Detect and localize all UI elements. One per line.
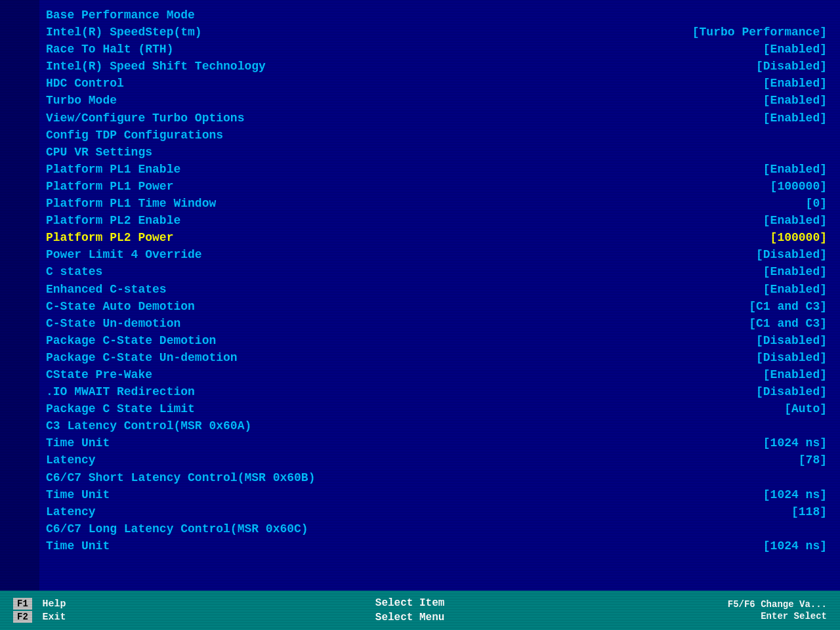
menu-row[interactable]: Race To Halt (RTH)[Enabled] xyxy=(46,41,827,58)
menu-label: C-State Un-demotion xyxy=(46,315,180,332)
status-right: F5/F6 Change Va... Enter Select xyxy=(728,599,827,621)
key-f2[interactable]: F2 Exit xyxy=(13,611,66,623)
menu-value: [Enabled] xyxy=(763,281,827,298)
menu-value: [Enabled] xyxy=(763,41,827,58)
menu-label: Platform PL2 Enable xyxy=(46,212,180,229)
menu-value: [Enabled] xyxy=(763,92,827,109)
menu-label: C3 Latency Control(MSR 0x60A) xyxy=(46,417,251,434)
menu-value: [1024 ns] xyxy=(763,434,827,452)
menu-label: Turbo Mode xyxy=(46,92,117,109)
menu-label: Race To Halt (RTH) xyxy=(46,41,173,58)
menu-row[interactable]: C-State Auto Demotion[C1 and C3] xyxy=(46,298,827,315)
menu-value: [Disabled] xyxy=(756,349,827,366)
menu-row[interactable]: Enhanced C-states[Enabled] xyxy=(46,281,827,298)
menu-label: Power Limit 4 Override xyxy=(46,246,202,263)
menu-label: Package C-State Demotion xyxy=(46,332,216,349)
status-keys-left: F1 Help F2 Exit xyxy=(13,598,66,623)
menu-label: Base Performance Mode xyxy=(46,7,195,24)
menu-row[interactable]: Base Performance Mode xyxy=(46,7,827,24)
menu-row[interactable]: Platform PL1 Power[100000] xyxy=(46,178,827,195)
menu-label: CPU VR Settings xyxy=(46,144,152,161)
menu-label: C6/C7 Short Latency Control(MSR 0x60B) xyxy=(46,469,315,486)
bios-screen: Base Performance ModeIntel(R) SpeedStep(… xyxy=(0,0,840,630)
menu-row[interactable]: C6/C7 Long Latency Control(MSR 0x60C) xyxy=(46,520,827,537)
menu-row[interactable]: Power Limit 4 Override[Disabled] xyxy=(46,246,827,263)
status-center: Select Item Select Menu xyxy=(92,597,727,623)
menu-label: Platform PL1 Time Window xyxy=(46,195,216,212)
menu-value: [Disabled] xyxy=(756,246,827,263)
menu-row[interactable]: Package C-State Un-demotion[Disabled] xyxy=(46,349,827,366)
menu-value: [Enabled] xyxy=(763,366,827,383)
f1-key: F1 xyxy=(13,598,32,610)
menu-row[interactable]: Time Unit[1024 ns] xyxy=(46,434,827,452)
menu-row[interactable]: Platform PL2 Enable[Enabled] xyxy=(46,212,827,229)
menu-label: Package C State Limit xyxy=(46,400,195,417)
menu-row[interactable]: C6/C7 Short Latency Control(MSR 0x60B) xyxy=(46,469,827,486)
f2-label: Exit xyxy=(42,612,66,623)
menu-label: Config TDP Configurations xyxy=(46,127,223,144)
menu-row[interactable]: Latency[118] xyxy=(46,503,827,520)
left-border xyxy=(0,0,39,591)
menu-row[interactable]: Platform PL1 Enable[Enabled] xyxy=(46,161,827,178)
menu-label: Platform PL1 Enable xyxy=(46,161,180,178)
select-menu-label: Select Menu xyxy=(375,612,445,623)
main-content: Base Performance ModeIntel(R) SpeedStep(… xyxy=(39,0,840,591)
menu-row[interactable]: Turbo Mode[Enabled] xyxy=(46,92,827,109)
menu-value: [Disabled] xyxy=(756,332,827,349)
menu-value: [Enabled] xyxy=(763,110,827,127)
menu-label: Time Unit xyxy=(46,537,110,555)
menu-label: Enhanced C-states xyxy=(46,281,167,298)
menu-value: [100000] xyxy=(770,178,827,195)
menu-row[interactable]: Intel(R) SpeedStep(tm)[Turbo Performance… xyxy=(46,24,827,41)
menu-label: Platform PL2 Power xyxy=(46,229,173,246)
menu-row[interactable]: CState Pre-Wake[Enabled] xyxy=(46,366,827,383)
menu-row[interactable]: .IO MWAIT Redirection[Disabled] xyxy=(46,383,827,400)
menu-label: Intel(R) SpeedStep(tm) xyxy=(46,24,202,41)
menu-row[interactable]: Platform PL2 Power[100000] xyxy=(46,229,827,246)
menu-value: [Enabled] xyxy=(763,263,827,280)
menu-row[interactable]: Intel(R) Speed Shift Technology[Disabled… xyxy=(46,58,827,75)
menu-value: [Disabled] xyxy=(756,58,827,75)
menu-row[interactable]: C-State Un-demotion[C1 and C3] xyxy=(46,315,827,332)
menu-row[interactable]: Time Unit[1024 ns] xyxy=(46,537,827,555)
menu-row[interactable]: Platform PL1 Time Window[0] xyxy=(46,195,827,212)
menu-value: [Turbo Performance] xyxy=(692,24,827,41)
menu-row[interactable]: HDC Control[Enabled] xyxy=(46,75,827,92)
menu-label: Package C-State Un-demotion xyxy=(46,349,238,366)
menu-label: View/Configure Turbo Options xyxy=(46,110,244,127)
menu-row[interactable]: Package C State Limit[Auto] xyxy=(46,400,827,417)
menu-row[interactable]: Time Unit[1024 ns] xyxy=(46,486,827,503)
f2-key: F2 xyxy=(13,611,32,623)
menu-value: [C1 and C3] xyxy=(749,298,827,315)
menu-label: C-State Auto Demotion xyxy=(46,298,195,315)
menu-row[interactable]: CPU VR Settings xyxy=(46,144,827,161)
menu-label: Time Unit xyxy=(46,486,110,503)
menu-label: C6/C7 Long Latency Control(MSR 0x60C) xyxy=(46,520,308,537)
menu-value: [C1 and C3] xyxy=(749,315,827,332)
menu-label: Platform PL1 Power xyxy=(46,178,173,195)
f5f6-label: F5/F6 Change Va... xyxy=(728,599,827,610)
menu-row[interactable]: C3 Latency Control(MSR 0x60A) xyxy=(46,417,827,434)
menu-row[interactable]: Config TDP Configurations xyxy=(46,127,827,144)
key-f1[interactable]: F1 Help xyxy=(13,598,66,610)
menu-value: [1024 ns] xyxy=(763,486,827,503)
menu-label: Latency xyxy=(46,503,96,520)
menu-value: [118] xyxy=(791,503,827,520)
select-item-label: Select Item xyxy=(375,597,445,609)
menu-label: CState Pre-Wake xyxy=(46,366,152,383)
menu-value: [78] xyxy=(799,452,827,469)
menu-label: Latency xyxy=(46,452,96,469)
menu-value: [Disabled] xyxy=(756,383,827,400)
menu-row[interactable]: View/Configure Turbo Options[Enabled] xyxy=(46,110,827,127)
menu-value: [Enabled] xyxy=(763,75,827,92)
enter-label: Enter Select xyxy=(761,611,827,621)
menu-value: [1024 ns] xyxy=(763,537,827,555)
menu-value: [Enabled] xyxy=(763,161,827,178)
menu-row[interactable]: C states[Enabled] xyxy=(46,263,827,280)
menu-row[interactable]: Latency[78] xyxy=(46,452,827,469)
menu-label: C states xyxy=(46,263,102,280)
menu-label: Time Unit xyxy=(46,434,110,452)
menu-value: [Auto] xyxy=(784,400,827,417)
menu-row[interactable]: Package C-State Demotion[Disabled] xyxy=(46,332,827,349)
f1-label: Help xyxy=(42,598,66,610)
